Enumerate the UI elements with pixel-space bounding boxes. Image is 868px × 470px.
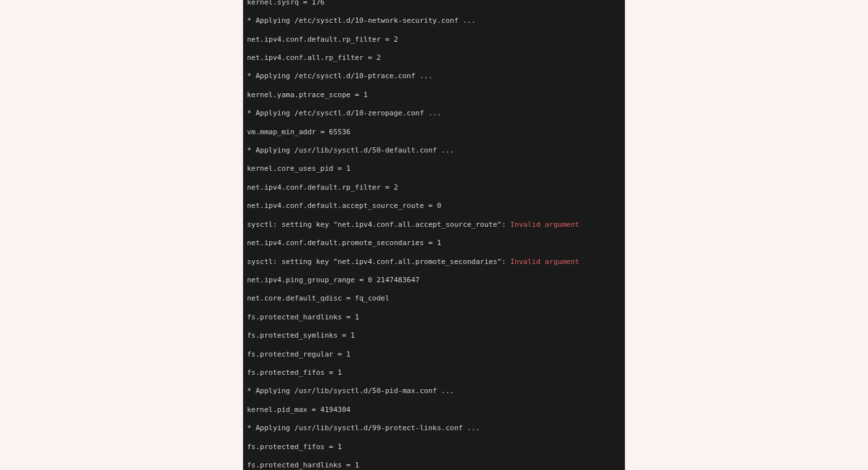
output-line: fs.protected_fifos = 1 <box>247 443 621 452</box>
output-line: vm.mmap_min_addr = 65536 <box>247 128 621 137</box>
error-text: Invalid argument <box>510 220 579 229</box>
output-line: fs.protected_regular = 1 <box>247 350 621 359</box>
output-line: * Applying /etc/sysctl.d/10-network-secu… <box>247 16 621 25</box>
output-line: kernel.core_uses_pid = 1 <box>247 164 621 173</box>
output-line: * Applying /usr/lib/sysctl.d/50-default.… <box>247 146 621 155</box>
output-line: fs.protected_symlinks = 1 <box>247 331 621 340</box>
error-prefix: sysctl: setting key "net.ipv4.conf.all.a… <box>247 220 510 229</box>
error-line: sysctl: setting key "net.ipv4.conf.all.p… <box>247 257 621 267</box>
error-text: Invalid argument <box>510 257 579 266</box>
terminal-window[interactable]: alex@k8s-master:~$ sudo sysctl --system … <box>243 0 625 470</box>
output-line: net.core.default_qdisc = fq_codel <box>247 294 621 303</box>
error-prefix: sysctl: setting key "net.ipv4.conf.all.p… <box>247 257 510 266</box>
output-line: fs.protected_fifos = 1 <box>247 368 621 377</box>
output-line: * Applying /usr/lib/sysctl.d/99-protect-… <box>247 424 621 433</box>
output-line: * Applying /etc/sysctl.d/10-ptrace.conf … <box>247 72 621 81</box>
output-line: fs.protected_hardlinks = 1 <box>247 313 621 322</box>
output-line: kernel.pid_max = 4194304 <box>247 405 621 415</box>
output-line: fs.protected_hardlinks = 1 <box>247 461 621 470</box>
output-line: * Applying /etc/sysctl.d/10-zeropage.con… <box>247 109 621 118</box>
output-line: net.ipv4.conf.default.rp_filter = 2 <box>247 183 621 192</box>
output-line: * Applying /usr/lib/sysctl.d/50-pid-max.… <box>247 387 621 396</box>
output-line: net.ipv4.ping_group_range = 0 2147483647 <box>247 276 621 285</box>
output-line: kernel.sysrq = 176 <box>247 0 621 7</box>
output-line: net.ipv4.conf.all.rp_filter = 2 <box>247 53 621 63</box>
error-line: sysctl: setting key "net.ipv4.conf.all.a… <box>247 220 621 229</box>
output-line: net.ipv4.conf.default.promote_secondarie… <box>247 239 621 248</box>
output-line: kernel.yama.ptrace_scope = 1 <box>247 91 621 100</box>
output-line: net.ipv4.conf.default.accept_source_rout… <box>247 201 621 211</box>
output-line: net.ipv4.conf.default.rp_filter = 2 <box>247 35 621 44</box>
